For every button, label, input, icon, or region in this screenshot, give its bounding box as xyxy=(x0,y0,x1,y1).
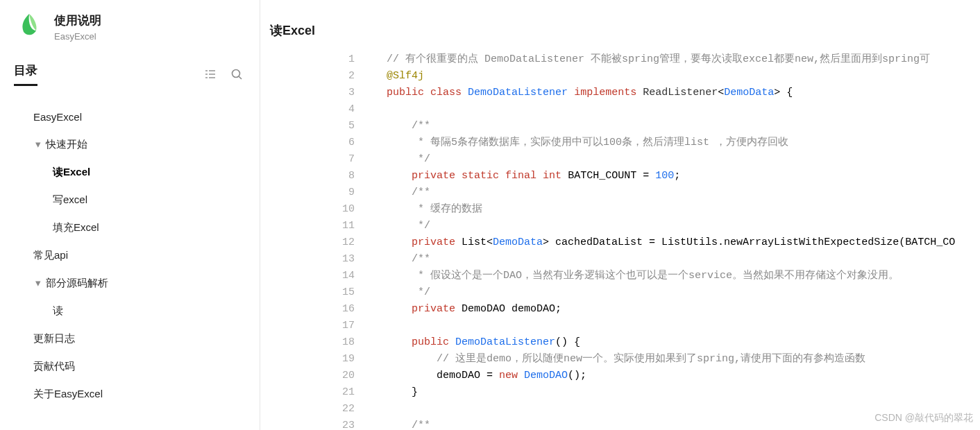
nav-item-label: 更新日志 xyxy=(33,332,75,345)
line-number: 13 xyxy=(332,251,362,268)
code-line: */ xyxy=(362,284,980,301)
chevron-down-icon: ▾ xyxy=(33,277,43,289)
line-number: 14 xyxy=(332,268,362,284)
code-line: @Slf4j xyxy=(362,68,980,85)
line-number: 19 xyxy=(332,351,362,368)
nav-item-label: 填充Excel xyxy=(53,221,99,234)
nav-item[interactable]: 贡献代码 xyxy=(12,352,260,380)
line-number: 5 xyxy=(332,118,362,135)
watermark: CSDN @敲代码的翠花 xyxy=(875,412,973,424)
nav-item-label: 读Excel xyxy=(53,166,90,179)
nav-item-label: EasyExcel xyxy=(33,111,82,123)
brand-block: 使用说明 EasyExcel xyxy=(12,12,260,42)
line-number: 18 xyxy=(332,334,362,351)
line-number: 20 xyxy=(332,368,362,384)
line-number: 12 xyxy=(332,234,362,251)
brand-subtitle: EasyExcel xyxy=(54,31,101,42)
nav-item[interactable]: ▾部分源码解析 xyxy=(12,269,260,297)
nav-item[interactable]: 写excel xyxy=(12,186,260,214)
nav-item[interactable]: ▾快速开始 xyxy=(12,130,260,158)
code-line: public DemoDataListener() { xyxy=(362,334,980,351)
line-number: 2 xyxy=(332,68,362,85)
code-line: private DemoDAO demoDAO; xyxy=(362,301,980,318)
line-number: 3 xyxy=(332,85,362,101)
line-number: 1 xyxy=(332,51,362,68)
code-line: /** xyxy=(362,118,980,135)
line-number: 8 xyxy=(332,168,362,184)
svg-line-7 xyxy=(239,76,242,79)
nav-item[interactable]: EasyExcel xyxy=(12,103,260,130)
app-logo xyxy=(17,12,42,37)
code-line: */ xyxy=(362,151,980,168)
code-lines: // 有个很重要的点 DemoDataListener 不能被spring管理，… xyxy=(362,51,980,430)
nav-item[interactable]: 读 xyxy=(12,297,260,325)
outline-toggle-icon[interactable] xyxy=(204,68,217,80)
code-line: // 这里是demo，所以随便new一个。实际使用如果到了spring,请使用下… xyxy=(362,351,980,368)
line-number: 6 xyxy=(332,135,362,151)
code-line: } xyxy=(362,384,980,401)
nav-item[interactable]: 填充Excel xyxy=(12,214,260,241)
line-number: 4 xyxy=(332,101,362,118)
code-line: demoDAO = new DemoDAO(); xyxy=(362,368,980,384)
line-number: 9 xyxy=(332,184,362,201)
nav-item[interactable]: 读Excel xyxy=(12,158,260,186)
line-gutter: 1234567891011121314151617181920212223 xyxy=(332,51,362,430)
line-number: 17 xyxy=(332,318,362,334)
line-number: 15 xyxy=(332,284,362,301)
nav-item[interactable]: 更新日志 xyxy=(12,325,260,352)
nav-item-label: 写excel xyxy=(53,194,87,207)
nav-item[interactable]: 关于EasyExcel xyxy=(12,380,260,408)
nav-item-label: 常见api xyxy=(33,249,68,262)
code-line: * 缓存的数据 xyxy=(362,201,980,218)
code-line: // 有个很重要的点 DemoDataListener 不能被spring管理，… xyxy=(362,51,980,68)
code-line xyxy=(362,101,980,118)
nav-item-label: 部分源码解析 xyxy=(46,277,108,290)
code-line: private List<DemoData> cachedDataList = … xyxy=(362,234,980,251)
search-icon[interactable] xyxy=(230,68,243,80)
toc-heading: 目录 xyxy=(14,62,37,86)
code-line: /** xyxy=(362,251,980,268)
code-line: * 假设这个是一个DAO，当然有业务逻辑这个也可以是一个service。当然如果… xyxy=(362,268,980,284)
code-line: /** xyxy=(362,184,980,201)
code-line: private static final int BATCH_COUNT = 1… xyxy=(362,168,980,184)
brand-title: 使用说明 xyxy=(54,12,101,28)
line-number: 11 xyxy=(332,218,362,234)
code-line: * 每隔5条存储数据库，实际使用中可以100条，然后清理list ，方便内存回收 xyxy=(362,135,980,151)
line-number: 22 xyxy=(332,401,362,418)
toc-nav: EasyExcel▾快速开始读Excel写excel填充Excel常见api▾部… xyxy=(12,103,260,430)
line-number: 23 xyxy=(332,418,362,430)
main-content: 读Excel 123456789101112131415161718192021… xyxy=(260,0,980,430)
nav-item-label: 读 xyxy=(53,304,63,318)
code-block: 1234567891011121314151617181920212223 //… xyxy=(332,51,980,430)
nav-item-label: 快速开始 xyxy=(46,138,87,151)
code-line: public class DemoDataListener implements… xyxy=(362,85,980,101)
line-number: 7 xyxy=(332,151,362,168)
chevron-down-icon: ▾ xyxy=(33,138,43,150)
line-number: 10 xyxy=(332,201,362,218)
nav-item[interactable]: 常见api xyxy=(12,241,260,269)
line-number: 16 xyxy=(332,301,362,318)
code-line xyxy=(362,318,980,334)
nav-item-label: 贡献代码 xyxy=(33,360,75,373)
nav-item-label: 关于EasyExcel xyxy=(33,388,103,401)
line-number: 21 xyxy=(332,384,362,401)
page-title: 读Excel xyxy=(260,0,980,51)
sidebar: 使用说明 EasyExcel 目录 EasyExcel▾快速开始读Excel写e… xyxy=(0,0,260,430)
svg-point-6 xyxy=(233,70,240,78)
code-line: */ xyxy=(362,218,980,234)
